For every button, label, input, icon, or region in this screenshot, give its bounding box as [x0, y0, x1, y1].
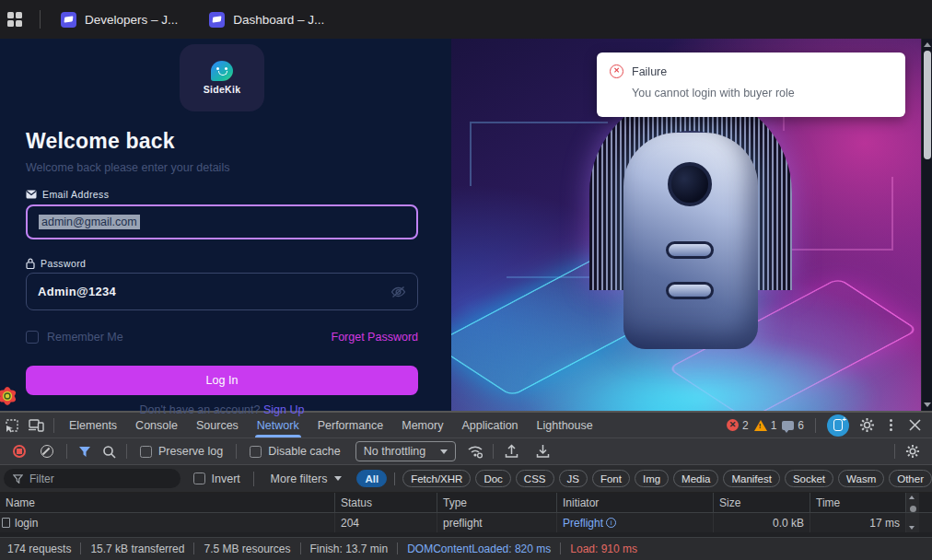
- logo-text: SideKik: [204, 84, 241, 95]
- chip-img[interactable]: Img: [635, 470, 669, 487]
- chip-doc[interactable]: Doc: [475, 470, 510, 487]
- table-scrollbar[interactable]: [906, 513, 919, 532]
- page-scrollbar[interactable]: [921, 39, 932, 411]
- network-conditions-icon[interactable]: [463, 440, 487, 462]
- checkbox[interactable]: [250, 446, 262, 458]
- email-label: Email Address: [26, 189, 109, 200]
- tab-network[interactable]: Network: [248, 413, 309, 438]
- tab-sources[interactable]: Sources: [187, 413, 248, 438]
- browser-tab-dashboard[interactable]: Dashboard – J...: [198, 4, 335, 35]
- circuit-line: [470, 122, 608, 186]
- chevron-down-icon: [334, 476, 342, 481]
- chip-all[interactable]: All: [356, 470, 387, 487]
- col-size[interactable]: Size: [714, 493, 810, 512]
- failure-toast[interactable]: ✕ Failure You cannot login with buyer ro…: [597, 52, 905, 117]
- transferred: 15.7 kB transferred: [90, 542, 184, 555]
- col-type[interactable]: Type: [437, 493, 557, 512]
- device-toolbar-icon[interactable]: [24, 414, 48, 437]
- forgot-password-link[interactable]: Forget Password: [332, 331, 418, 344]
- remember-me-checkbox[interactable]: [26, 331, 39, 344]
- request-time: 17 ms: [810, 513, 906, 532]
- request-name: login: [15, 517, 38, 530]
- site-favicon: [61, 12, 76, 28]
- divider: [815, 418, 816, 433]
- tab-console[interactable]: Console: [126, 413, 187, 438]
- request-type-chips: All Fetch/XHR Doc CSS JS Font Img Media …: [356, 470, 932, 487]
- chip-media[interactable]: Media: [673, 470, 718, 487]
- device-frame-button[interactable]: +: [827, 414, 849, 437]
- divider: [394, 472, 395, 485]
- scroll-up-icon[interactable]: [924, 42, 931, 47]
- info-icon[interactable]: i: [606, 518, 616, 528]
- search-icon[interactable]: [97, 440, 121, 462]
- scroll-down-icon[interactable]: [924, 402, 931, 407]
- divider: [300, 542, 301, 554]
- tab-memory[interactable]: Memory: [392, 413, 452, 438]
- filter-input[interactable]: Filter: [4, 469, 181, 488]
- initiator-link[interactable]: Preflighti: [563, 517, 616, 530]
- divider: [40, 10, 41, 29]
- site-favicon: [209, 12, 225, 28]
- col-initiator[interactable]: Initiator: [557, 493, 714, 512]
- tab-application[interactable]: Application: [452, 413, 527, 438]
- invert-checkbox[interactable]: Invert: [193, 472, 240, 485]
- divider: [80, 542, 81, 554]
- eye-off-icon[interactable]: [390, 286, 406, 298]
- scrollbar-thumb[interactable]: [924, 51, 931, 159]
- filter-placeholder: Filter: [29, 472, 54, 485]
- request-row-login[interactable]: login 204 preflight Preflighti 0.0 kB 17…: [0, 513, 932, 532]
- record-network-log-icon[interactable]: [13, 445, 26, 458]
- browser-tab-developers[interactable]: Developers – J...: [50, 4, 189, 35]
- chip-js[interactable]: JS: [559, 470, 588, 487]
- chip-fetch-xhr[interactable]: Fetch/XHR: [402, 470, 471, 487]
- email-input[interactable]: admin@gmail.com: [26, 204, 418, 239]
- checkbox[interactable]: [140, 446, 152, 458]
- toast-message: You cannot login with buyer role: [632, 87, 892, 99]
- col-status[interactable]: Status: [335, 493, 437, 512]
- inspect-element-icon[interactable]: [0, 414, 24, 437]
- password-input[interactable]: Admin@1234: [26, 273, 418, 310]
- disable-cache-checkbox[interactable]: Disable cache: [250, 445, 341, 458]
- console-warnings-badge[interactable]: 1: [754, 419, 777, 432]
- preserve-log-checkbox[interactable]: Preserve log: [140, 445, 223, 458]
- scroll-up-icon[interactable]: [909, 496, 915, 499]
- tab-overview-icon[interactable]: [7, 12, 23, 28]
- table-scrollbar[interactable]: [906, 493, 919, 512]
- chip-manifest[interactable]: Manifest: [723, 470, 779, 487]
- export-har-icon[interactable]: [499, 440, 523, 462]
- scrollbar-thumb[interactable]: [910, 506, 916, 512]
- login-button[interactable]: Log In: [26, 366, 418, 395]
- col-time[interactable]: Time: [810, 493, 906, 512]
- scroll-down-icon[interactable]: [909, 526, 915, 530]
- network-settings-gear-icon[interactable]: [901, 440, 925, 462]
- requests-count: 174 requests: [7, 542, 71, 555]
- chip-css[interactable]: CSS: [516, 470, 554, 487]
- extension-flower-icon[interactable]: [0, 382, 19, 410]
- tab-lighthouse[interactable]: Lighthouse: [528, 413, 602, 438]
- more-filters-button[interactable]: More filters: [271, 472, 343, 485]
- chip-wasm[interactable]: Wasm: [838, 470, 884, 487]
- clear-network-log-icon[interactable]: [41, 445, 53, 458]
- filter-funnel-icon[interactable]: [73, 440, 97, 462]
- console-errors-badge[interactable]: ✕2: [727, 419, 749, 432]
- login-panel: SideKik Welcome back Welcome back please…: [0, 39, 451, 411]
- checkbox[interactable]: [193, 472, 205, 484]
- tab-performance[interactable]: Performance: [309, 413, 393, 438]
- app-logo: SideKik: [180, 44, 264, 111]
- devtools-tab-bar: Elements Console Sources Network Perform…: [0, 413, 932, 438]
- close-devtools-icon[interactable]: [903, 414, 926, 437]
- more-options-icon[interactable]: [884, 419, 897, 431]
- settings-gear-icon[interactable]: [855, 414, 879, 437]
- chip-font[interactable]: Font: [592, 470, 630, 487]
- chip-socket[interactable]: Socket: [785, 470, 833, 487]
- issues-badge[interactable]: 6: [782, 419, 804, 432]
- padlock-keyhole: [668, 162, 712, 206]
- tab-elements[interactable]: Elements: [60, 413, 126, 438]
- col-name[interactable]: Name: [0, 493, 335, 512]
- throttling-select[interactable]: No throttling: [355, 441, 456, 461]
- network-toolbar: Preserve log Disable cache No throttling: [0, 438, 932, 465]
- resources: 7.5 MB resources: [204, 542, 290, 555]
- import-har-icon[interactable]: [530, 440, 554, 462]
- chip-other[interactable]: Other: [889, 470, 932, 487]
- divider: [253, 472, 254, 486]
